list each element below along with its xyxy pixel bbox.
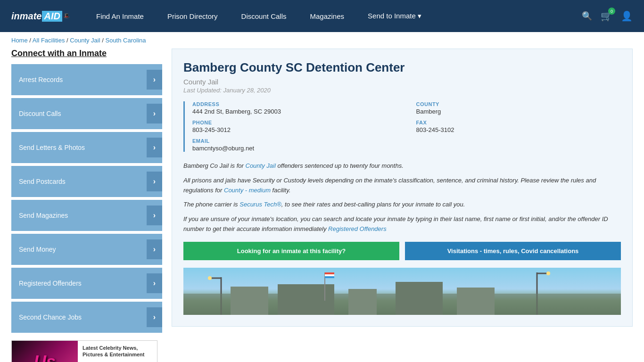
svg-rect-9 xyxy=(348,289,377,315)
email-label: EMAIL xyxy=(192,138,621,144)
sidebar: Connect with an Inmate Arrest Records › … xyxy=(11,49,162,362)
logo-aid-text: AID xyxy=(42,11,62,22)
fax-block: FAX 803-245-3102 xyxy=(416,120,621,133)
nav-find-inmate[interactable]: Find An Inmate xyxy=(96,12,144,20)
facility-desc2: All prisons and jails have Security or C… xyxy=(183,176,621,196)
fax-value: 803-245-3102 xyxy=(416,126,621,133)
address-block: ADDRESS 444 2nd St, Bamberg, SC 29003 xyxy=(192,101,397,115)
securus-link[interactable]: Securus Tech® xyxy=(239,201,281,208)
header: inmate AID 🎩 Find An Inmate Prison Direc… xyxy=(0,0,644,32)
main-nav: Find An Inmate Prison Directory Discount… xyxy=(96,12,582,20)
sidebar-item-send-money[interactable]: Send Money › xyxy=(11,234,162,265)
ad-image: Us xyxy=(12,341,78,362)
address-label: ADDRESS xyxy=(192,101,397,107)
sidebar-label-send-money: Send Money xyxy=(19,246,56,253)
address-value: 444 2nd St, Bamberg, SC 29003 xyxy=(192,108,397,115)
sidebar-label-send-magazines: Send Magazines xyxy=(19,212,68,219)
svg-point-2 xyxy=(208,276,212,280)
sidebar-item-arrest-records[interactable]: Arrest Records › xyxy=(11,64,162,95)
facility-detail: Bamberg County SC Detention Center Count… xyxy=(172,49,633,327)
phone-value: 803-245-3012 xyxy=(192,126,397,133)
looking-for-inmate-button[interactable]: Looking for an inmate at this facility? xyxy=(183,242,399,260)
ad-content: Latest Celebrity News, Pictures & Entert… xyxy=(78,341,157,362)
facility-desc3: The phone carrier is Securus Tech®, to s… xyxy=(183,200,621,210)
sidebar-label-discount-calls: Discount Calls xyxy=(19,110,61,117)
sidebar-title: Connect with an Inmate xyxy=(11,49,162,58)
content-area: Connect with an Inmate Arrest Records › … xyxy=(0,49,644,362)
cart-badge: 0 xyxy=(608,8,615,15)
svg-rect-11 xyxy=(457,288,495,315)
facility-last-updated: Last Updated: January 28, 2020 xyxy=(183,87,621,94)
arrow-icon-money: › xyxy=(147,239,162,259)
county-value: Bamberg xyxy=(416,108,621,115)
breadcrumb-home[interactable]: Home xyxy=(11,37,28,44)
phone-label: PHONE xyxy=(192,120,397,125)
sidebar-label-arrest-records: Arrest Records xyxy=(19,76,63,83)
action-buttons: Looking for an inmate at this facility? … xyxy=(183,242,621,260)
arrow-icon-jobs: › xyxy=(147,307,162,327)
breadcrumb-all-facilities[interactable]: All Facilities xyxy=(33,37,65,44)
facility-desc1: Bamberg Co Jail is for County Jail offen… xyxy=(183,161,621,171)
county-label: COUNTY xyxy=(416,101,621,107)
sidebar-item-send-magazines[interactable]: Send Magazines › xyxy=(11,200,162,231)
facility-info-grid: ADDRESS 444 2nd St, Bamberg, SC 29003 CO… xyxy=(183,101,621,152)
svg-point-5 xyxy=(546,272,550,275)
advertisement-box: Us Latest Celebrity News, Pictures & Ent… xyxy=(11,340,157,362)
breadcrumb: Home / All Facilities / County Jail / So… xyxy=(0,32,644,49)
visitation-button[interactable]: Visitations - times, rules, Covid cancel… xyxy=(405,242,621,260)
photo-overlay-svg xyxy=(183,268,621,315)
sidebar-label-second-chance-jobs: Second Chance Jobs xyxy=(19,313,82,321)
county-jail-link1[interactable]: County Jail xyxy=(246,162,276,169)
nav-send-to-inmate[interactable]: Send to Inmate ▾ xyxy=(368,12,421,20)
logo-hat-icon: 🎩 xyxy=(63,13,70,19)
arrow-icon-postcards: › xyxy=(147,172,162,191)
breadcrumb-state[interactable]: South Carolina xyxy=(105,37,146,44)
registered-offenders-link[interactable]: Registered Offenders xyxy=(328,225,387,232)
svg-rect-10 xyxy=(396,282,443,315)
cart-icon-container[interactable]: 🛒 0 xyxy=(601,10,612,22)
facility-title: Bamberg County SC Detention Center xyxy=(183,60,621,75)
sidebar-label-registered-offenders: Registered Offenders xyxy=(19,280,82,287)
county-block: COUNTY Bamberg xyxy=(416,101,621,115)
facility-photo xyxy=(183,268,621,315)
user-icon[interactable]: 👤 xyxy=(621,10,633,22)
fax-label: FAX xyxy=(416,120,621,125)
sidebar-item-discount-calls[interactable]: Discount Calls › xyxy=(11,98,162,129)
phone-block: PHONE 803-245-3012 xyxy=(192,120,397,133)
nav-prison-directory[interactable]: Prison Directory xyxy=(167,12,218,20)
svg-rect-16 xyxy=(325,276,334,278)
ad-brand-logo: Us xyxy=(34,352,56,362)
nav-magazines[interactable]: Magazines xyxy=(310,12,344,20)
email-value: bamcntyso@oburg.net xyxy=(192,145,621,152)
email-block: EMAIL bamcntyso@oburg.net xyxy=(192,138,621,152)
arrow-icon-magazines: › xyxy=(147,206,162,225)
facility-desc4: If you are unsure of your inmate's locat… xyxy=(183,214,621,234)
svg-rect-14 xyxy=(325,272,334,274)
arrow-icon-offenders: › xyxy=(147,273,162,293)
logo[interactable]: inmate AID 🎩 xyxy=(11,11,77,22)
nav-discount-calls[interactable]: Discount Calls xyxy=(241,12,287,20)
svg-rect-8 xyxy=(278,284,334,315)
sidebar-label-send-postcards: Send Postcards xyxy=(19,178,66,185)
sidebar-item-send-postcards[interactable]: Send Postcards › xyxy=(11,166,162,197)
arrow-icon-discount: › xyxy=(147,104,162,123)
sidebar-item-registered-offenders[interactable]: Registered Offenders › xyxy=(11,268,162,299)
svg-rect-7 xyxy=(231,287,268,315)
county-medium-link[interactable]: County - medium xyxy=(224,187,271,194)
search-icon[interactable]: 🔍 xyxy=(582,11,592,21)
sidebar-item-second-chance-jobs[interactable]: Second Chance Jobs › xyxy=(11,302,162,333)
logo-inmate-text: inmate xyxy=(11,11,41,22)
sidebar-item-send-letters[interactable]: Send Letters & Photos › xyxy=(11,132,162,163)
header-actions: 🔍 🛒 0 👤 xyxy=(582,10,633,22)
breadcrumb-county-jail[interactable]: County Jail xyxy=(70,37,100,44)
facility-type: County Jail xyxy=(183,78,621,86)
sidebar-label-send-letters: Send Letters & Photos xyxy=(19,144,85,151)
svg-rect-15 xyxy=(325,274,334,276)
arrow-icon-letters: › xyxy=(147,138,162,157)
arrow-icon-arrest: › xyxy=(147,70,162,90)
ad-title: Latest Celebrity News, Pictures & Entert… xyxy=(83,345,152,358)
